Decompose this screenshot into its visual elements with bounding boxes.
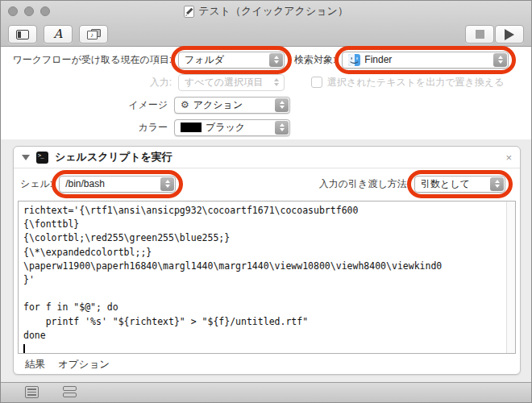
color-label: カラー — [1, 121, 168, 135]
stop-icon — [476, 30, 484, 39]
gear-icon: ⚙ — [181, 100, 189, 110]
input-popup[interactable]: すべての選択項目 — [178, 74, 285, 91]
stepper-arrows-icon — [269, 53, 283, 67]
run-shell-script-action: >_ シェルスクリプトを実行 × シェル: /bin/bash 入力の引き渡し方… — [13, 146, 521, 375]
script-editor[interactable]: richtext='{\rtf1\ansi\ansicpg932\cocoart… — [18, 201, 516, 354]
color-value: ブラック — [206, 121, 245, 135]
stop-button[interactable] — [465, 25, 494, 44]
results-button[interactable]: 結果 — [25, 358, 45, 372]
script-text: richtext='{\rtf1\ansi\ansicpg932\cocoart… — [23, 205, 442, 341]
media-icon: ♪ — [87, 29, 101, 39]
disclosure-triangle-icon[interactable] — [22, 155, 30, 160]
toggle-library-button[interactable] — [8, 25, 37, 44]
input-value: すべての選択項目 — [185, 76, 263, 89]
search-scope-label: 検索対象: — [294, 53, 335, 67]
image-popup[interactable]: ⚙ アクション — [174, 97, 290, 114]
text-cursor — [23, 344, 25, 354]
color-row: カラー ブラック — [1, 118, 531, 136]
stepper-arrows-icon — [493, 53, 507, 67]
action-header: >_ シェルスクリプトを実行 × — [14, 147, 520, 168]
play-icon — [505, 29, 514, 40]
stacked-panels-icon — [63, 386, 77, 397]
action-footer: 結果 オプション — [14, 354, 520, 375]
script-scrollbar[interactable] — [506, 202, 515, 353]
toggle-log-button[interactable] — [25, 386, 39, 398]
titlebar-center: テスト（クイックアクション） — [1, 1, 531, 22]
search-scope-value: Finder — [364, 54, 392, 65]
media-browser-button[interactable]: ♪ — [79, 25, 108, 44]
action-title: シェルスクリプトを実行 — [55, 150, 172, 164]
action-controls: シェル: /bin/bash 入力の引き渡し方法: 引数として — [20, 175, 513, 193]
workflow-canvas: >_ シェルスクリプトを実行 × シェル: /bin/bash 入力の引き渡し方… — [1, 139, 531, 384]
stepper-arrows-icon — [269, 76, 283, 89]
toolbar: A ♪ — [1, 22, 531, 47]
text-style-button[interactable]: A — [44, 25, 73, 44]
stepper-arrows-icon — [275, 121, 289, 135]
pass-input-value: 引数として — [421, 177, 470, 191]
statusbar — [1, 382, 531, 402]
shell-popup[interactable]: /bin/bash — [59, 176, 176, 193]
italic-a-icon: A — [54, 28, 63, 40]
workflow-receives-row: ワークフローが受け取る現在の項目: フォルダ 検索対象: — [1, 51, 531, 69]
workflow-receives-popup[interactable]: フォルダ — [178, 52, 285, 69]
terminal-icon: >_ — [36, 152, 48, 164]
shell-label: シェル: — [20, 177, 52, 191]
replace-text-checkbox-label: 選択されたテキストを出力で置き換える — [327, 76, 504, 89]
color-swatch — [181, 123, 202, 132]
workflow-receives-value: フォルダ — [185, 53, 224, 67]
input-label: 入力: — [1, 76, 172, 89]
close-action-button[interactable]: × — [505, 152, 512, 163]
titlebar: テスト（クイックアクション） — [1, 1, 531, 22]
workflow-receives-label: ワークフローが受け取る現在の項目: — [1, 53, 172, 67]
pass-input-label: 入力の引き渡し方法: — [319, 177, 409, 191]
image-value: アクション — [193, 98, 243, 112]
window-title: テスト（クイックアクション） — [198, 4, 348, 19]
replace-text-checkbox[interactable] — [311, 77, 322, 88]
input-row: 入力: すべての選択項目 選択されたテキストを出力で置き換える — [1, 73, 531, 91]
search-scope-popup[interactable]: Finder — [342, 52, 509, 69]
stepper-arrows-icon — [490, 177, 504, 191]
finder-icon — [348, 54, 360, 66]
toggle-variables-button[interactable] — [63, 386, 77, 397]
pass-input-popup[interactable]: 引数として — [414, 176, 505, 193]
stepper-arrows-icon — [275, 98, 289, 112]
log-list-icon — [25, 386, 39, 398]
image-row: イメージ ⚙ アクション — [1, 96, 531, 114]
stepper-arrows-icon — [160, 177, 174, 191]
run-button[interactable] — [495, 25, 524, 44]
automator-window: テスト（クイックアクション） A ♪ ワークフローが受け取る現在の項目: フ — [0, 0, 532, 403]
shell-value: /bin/bash — [65, 178, 105, 189]
sidebar-icon — [16, 30, 29, 39]
workflow-document-icon — [184, 6, 194, 18]
workflow-settings: ワークフローが受け取る現在の項目: フォルダ 検索対象: — [1, 47, 531, 139]
image-label: イメージ — [1, 98, 168, 112]
color-popup[interactable]: ブラック — [174, 119, 290, 136]
options-button[interactable]: オプション — [58, 358, 110, 372]
